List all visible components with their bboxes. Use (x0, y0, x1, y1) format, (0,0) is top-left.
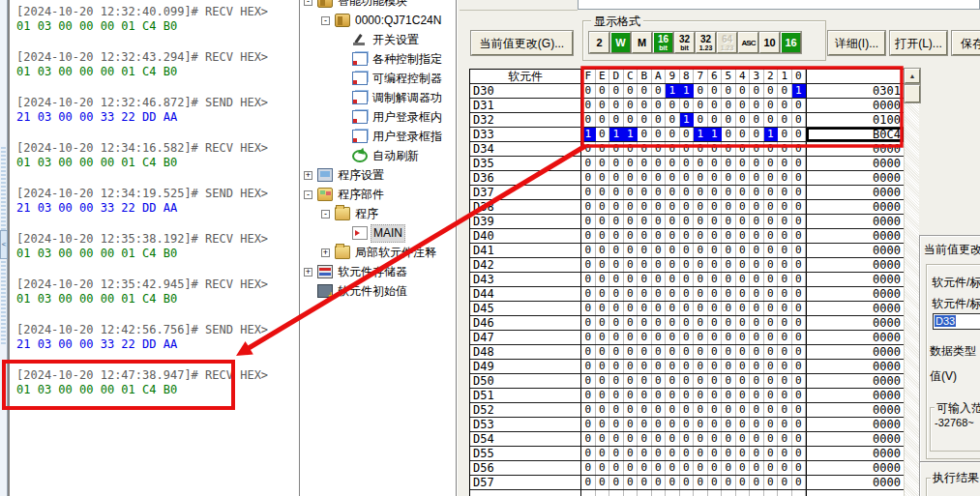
value-cell[interactable]: 0000 (806, 302, 904, 315)
bit-cell[interactable]: 0 (596, 84, 610, 98)
bit-cell[interactable]: 0 (596, 142, 610, 156)
bit-cell[interactable]: 0 (694, 345, 708, 359)
bit-cell[interactable]: 0 (652, 461, 667, 475)
bit-cell[interactable]: 0 (609, 200, 624, 214)
bit-cell[interactable]: 0 (638, 186, 652, 199)
bit-cell[interactable]: 0 (750, 302, 764, 315)
bit-cell[interactable]: 0 (624, 273, 638, 286)
bit-cell[interactable]: 0 (750, 461, 764, 475)
tree-item[interactable]: +程序设置 (300, 165, 456, 185)
tree-item-label[interactable]: 软元件初始值 (336, 283, 409, 300)
value-cell[interactable]: 0000 (806, 316, 904, 330)
value-cell[interactable]: 0000 (806, 418, 904, 431)
value-cell[interactable]: 0000 (806, 403, 904, 417)
bit-cell[interactable]: 0 (652, 389, 667, 402)
bit-cell[interactable]: 0 (652, 418, 667, 431)
bit-cell[interactable]: 0 (736, 171, 751, 185)
bit-cell[interactable]: 0 (609, 171, 624, 185)
bit-cell[interactable]: 0 (638, 360, 652, 373)
bit-cell[interactable]: 0 (792, 113, 807, 127)
bit-cell[interactable]: 0 (722, 215, 736, 228)
bit-cell[interactable]: 0 (666, 258, 680, 272)
bit-cell[interactable]: 0 (666, 432, 680, 446)
bit-cell[interactable]: 0 (596, 389, 610, 402)
bit-cell[interactable]: 0 (792, 461, 807, 475)
bit-cell[interactable]: 0 (764, 432, 779, 446)
bit-cell[interactable]: 0 (792, 99, 807, 112)
bit-cell[interactable]: 0 (638, 432, 652, 446)
bit-cell[interactable]: 0 (652, 244, 667, 257)
bit-cell[interactable]: 0 (609, 432, 624, 446)
bit-cell[interactable]: 0 (652, 403, 667, 417)
bit-cell[interactable]: 0 (680, 461, 695, 475)
bit-cell[interactable]: 0 (778, 331, 792, 344)
bit-cell[interactable]: 0 (652, 345, 667, 359)
bit-cell[interactable]: 0 (736, 84, 751, 98)
bit-cell[interactable]: 0 (652, 331, 667, 344)
bit-cell[interactable]: 0 (581, 273, 596, 286)
bit-cell[interactable]: 0 (722, 171, 736, 185)
bit-cell[interactable]: 0 (680, 128, 695, 141)
bit-cell[interactable]: 0 (778, 447, 792, 460)
value-cell[interactable]: 0000 (806, 432, 904, 446)
bit-cell[interactable]: 0 (638, 244, 652, 257)
serial-log-panel[interactable]: [2024-10-20 12:32:40.099]# RECV HEX>01 0… (8, 0, 300, 496)
bit-cell[interactable]: 0 (722, 374, 736, 388)
bit-cell[interactable]: 0 (624, 215, 638, 228)
bit-cell[interactable]: 0 (764, 389, 779, 402)
tree-item-label[interactable]: 用户登录框内 (371, 109, 444, 126)
bit-cell[interactable]: 0 (638, 113, 652, 127)
bit-cell[interactable]: 0 (736, 142, 751, 156)
bit-cell[interactable]: 0 (596, 331, 610, 344)
detail-button[interactable]: 详细(I)... (828, 31, 885, 55)
bit-cell[interactable]: 0 (792, 418, 807, 431)
bit-cell[interactable]: 0 (581, 186, 596, 199)
bit-cell[interactable]: 0 (778, 142, 792, 156)
bit-cell[interactable]: 0 (778, 432, 792, 446)
bit-cell[interactable]: 0 (736, 476, 751, 489)
bit-cell[interactable]: 0 (609, 113, 624, 127)
bit-cell[interactable]: 0 (750, 403, 764, 417)
bit-cell[interactable]: 0 (609, 316, 624, 330)
bit-cell[interactable]: 0 (722, 331, 736, 344)
tree-item-label[interactable]: 调制解调器功 (371, 90, 444, 106)
bit-cell[interactable]: 0 (638, 215, 652, 228)
bit-cell[interactable]: 0 (694, 287, 708, 301)
bit-cell[interactable]: 0 (652, 84, 667, 98)
collapse-panel-button[interactable]: < (0, 230, 8, 259)
bit-cell[interactable]: 0 (624, 229, 638, 243)
bit-cell[interactable]: 0 (694, 84, 708, 98)
value-cell[interactable]: 0000 (806, 229, 904, 243)
bit-cell[interactable]: 0 (581, 157, 596, 170)
bit-cell[interactable]: 0 (764, 461, 779, 475)
panel-splitter[interactable]: < (0, 0, 8, 496)
bit-cell[interactable]: 0 (736, 389, 751, 402)
bit-cell[interactable]: 0 (624, 287, 638, 301)
value-cell[interactable]: 0000 (806, 287, 904, 301)
bit-cell[interactable]: 0 (764, 99, 779, 112)
bit-cell[interactable]: 0 (596, 447, 610, 460)
bit-cell[interactable]: 0 (736, 360, 751, 373)
bit-cell[interactable]: 0 (694, 258, 708, 272)
bit-cell[interactable]: 0 (581, 244, 596, 257)
value-cell[interactable]: 0000 (806, 142, 904, 156)
bit-cell[interactable]: 0 (764, 273, 779, 286)
bit-cell[interactable]: 0 (624, 244, 638, 257)
bit-cell[interactable]: 0 (722, 302, 736, 315)
bit-cell[interactable]: 0 (581, 142, 596, 156)
bit-cell[interactable]: 0 (708, 99, 723, 112)
bit-cell[interactable]: 0 (750, 258, 764, 272)
bit-cell[interactable]: 0 (652, 186, 667, 199)
bit-cell[interactable]: 0 (778, 200, 792, 214)
bit-cell[interactable]: 0 (708, 84, 723, 98)
bit-cell[interactable]: 0 (722, 244, 736, 257)
bit-cell[interactable]: 0 (792, 360, 807, 373)
bit-cell[interactable]: 0 (694, 273, 708, 286)
bit-cell[interactable]: 0 (722, 128, 736, 141)
bit-cell[interactable]: 0 (680, 287, 695, 301)
bit-cell[interactable]: 0 (792, 215, 807, 228)
bit-cell[interactable]: 0 (764, 157, 779, 170)
bit-cell[interactable]: 0 (722, 287, 736, 301)
bit-cell[interactable]: 0 (652, 200, 667, 214)
bit-cell[interactable]: 0 (736, 157, 751, 170)
